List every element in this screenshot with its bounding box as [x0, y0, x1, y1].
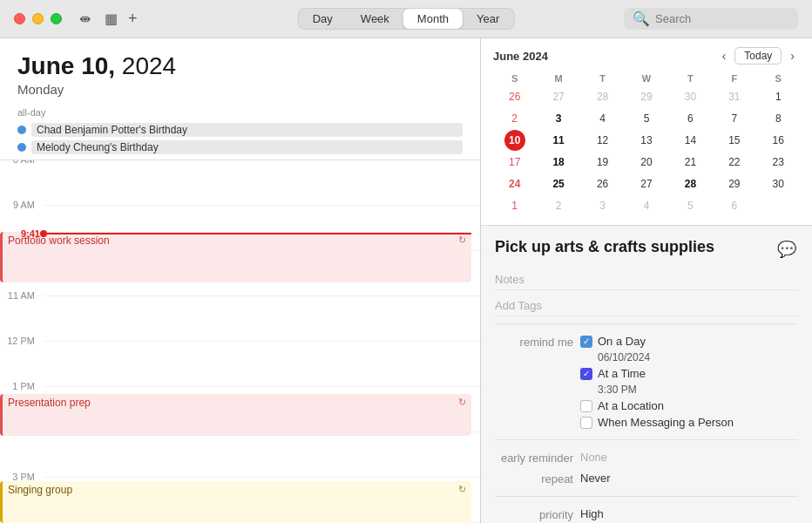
next-month-button[interactable]: ›	[785, 47, 800, 65]
at-a-time-checkbox[interactable]: ✓	[580, 368, 592, 380]
when-messaging-option[interactable]: When Messaging a Person	[580, 416, 798, 429]
search-bar[interactable]: 🔍	[624, 8, 798, 30]
cal-day[interactable]: 18	[548, 152, 569, 173]
view-day-button[interactable]: Day	[299, 9, 347, 29]
mini-calendar: June 2024 ‹ Today › S M T W T F S 26 27	[481, 38, 812, 226]
cal-day[interactable]: 6	[724, 195, 745, 216]
notes-field[interactable]: Notes	[495, 269, 798, 290]
cal-day[interactable]: 16	[768, 130, 788, 151]
main-content: June 10, 2024 Monday all-day Chad Benjam…	[0, 38, 812, 523]
cal-day[interactable]	[768, 195, 788, 216]
cal-day[interactable]: 25	[548, 173, 569, 194]
priority-value[interactable]: High	[580, 507, 798, 520]
on-a-day-option[interactable]: ✓ On a Day	[580, 335, 798, 348]
minimize-button[interactable]	[32, 13, 44, 24]
cal-day[interactable]: 29	[724, 173, 745, 194]
cal-day[interactable]: 11	[548, 130, 569, 151]
at-a-time-label: At a Time	[598, 367, 646, 380]
cal-day[interactable]: 28	[592, 86, 613, 107]
event-presentation[interactable]: ↻ Presentation prep	[0, 394, 471, 436]
on-a-day-label: On a Day	[598, 335, 646, 348]
dow-sunday: S	[493, 71, 536, 85]
prev-month-button[interactable]: ‹	[717, 47, 732, 65]
mini-cal-header: June 2024 ‹ Today ›	[493, 47, 800, 65]
time-label: 11 AM	[0, 290, 40, 301]
view-week-button[interactable]: Week	[347, 9, 403, 29]
close-button[interactable]	[14, 13, 25, 24]
cal-day[interactable]: 5	[636, 108, 657, 129]
note-icon[interactable]: 💬	[775, 238, 798, 261]
titlebar-icons: ⇼ ▦	[79, 10, 118, 27]
date-title: June 10, 2024	[17, 52, 463, 80]
cal-day[interactable]: 31	[724, 86, 745, 107]
cal-day[interactable]: 7	[724, 108, 745, 129]
cal-day[interactable]: 8	[768, 108, 788, 129]
search-icon: 🔍	[633, 10, 650, 27]
cal-day[interactable]: 4	[636, 195, 657, 216]
cal-day[interactable]: 3	[592, 195, 613, 216]
cal-day[interactable]: 29	[636, 86, 657, 107]
cal-day[interactable]: 12	[592, 130, 613, 151]
priority-label: priority	[495, 507, 573, 521]
repeat-value[interactable]: Never	[580, 472, 798, 485]
time-row-2pm: 2 PM	[44, 432, 480, 478]
cal-day[interactable]: 4	[592, 108, 613, 129]
tags-field[interactable]: Add Tags	[495, 295, 798, 316]
at-location-option[interactable]: At a Location	[580, 399, 798, 412]
view-month-button[interactable]: Month	[403, 9, 463, 29]
dow-monday: M	[537, 71, 579, 85]
on-a-day-checkbox[interactable]: ✓	[580, 336, 592, 348]
event-singing[interactable]: ↻ Singing group	[0, 481, 471, 523]
cal-day[interactable]: 30	[680, 86, 700, 107]
cal-day[interactable]: 2	[504, 108, 525, 129]
early-reminder-value[interactable]: None	[580, 451, 798, 464]
cal-day[interactable]: 15	[724, 130, 745, 151]
cal-day[interactable]: 3	[548, 108, 569, 129]
cal-day[interactable]: 1	[504, 195, 525, 216]
date-header: June 10, 2024 Monday	[0, 38, 480, 104]
cal-day[interactable]: 27	[636, 173, 657, 194]
cal-day[interactable]: 30	[768, 173, 788, 194]
cal-day[interactable]: 20	[636, 152, 657, 173]
at-a-time-option[interactable]: ✓ At a Time	[580, 367, 798, 380]
cal-day[interactable]: 23	[768, 152, 788, 173]
cal-day[interactable]: 2	[548, 195, 569, 216]
cal-day[interactable]: 6	[680, 108, 700, 129]
cal-day[interactable]: 14	[680, 130, 700, 151]
time-label: 8 AM	[0, 160, 40, 165]
today-button[interactable]: Today	[734, 47, 782, 65]
time-grid: 8 AM 9 AM 10 AM 11 AM 12 PM 1 PM 2 PM 3 …	[0, 160, 480, 523]
search-input[interactable]	[655, 12, 789, 25]
when-messaging-label: When Messaging a Person	[598, 416, 734, 429]
time-row-12pm: 12 PM	[44, 342, 480, 387]
fullscreen-button[interactable]	[51, 13, 62, 24]
cal-day[interactable]: 28	[680, 173, 700, 194]
time-label: 1 PM	[0, 381, 40, 391]
all-day-event[interactable]: Melody Cheung's Birthday	[17, 139, 463, 156]
cal-day[interactable]: 13	[636, 130, 657, 151]
at-location-checkbox[interactable]	[580, 400, 592, 412]
add-button[interactable]: +	[128, 10, 138, 28]
cal-day[interactable]: 27	[548, 86, 569, 107]
cal-day[interactable]: 1	[768, 86, 788, 107]
cal-day[interactable]: 17	[504, 152, 525, 173]
cal-day[interactable]: 22	[724, 152, 745, 173]
cal-day[interactable]: 21	[680, 152, 700, 173]
cal-day[interactable]: 19	[592, 152, 613, 173]
date-year: 2024	[115, 52, 176, 79]
date-bold: June 10,	[17, 52, 115, 79]
all-day-event[interactable]: Chad Benjamin Potter's Birthday	[17, 121, 463, 139]
priority-row: priority High	[495, 504, 798, 523]
view-year-button[interactable]: Year	[463, 9, 513, 29]
separator	[495, 496, 798, 497]
sidebar-icon[interactable]: ⇼	[79, 10, 91, 27]
inbox-icon[interactable]: ▦	[105, 10, 118, 27]
mini-cal-nav: ‹ Today ›	[717, 47, 800, 65]
cal-day[interactable]: 26	[592, 173, 613, 194]
event-portfolio[interactable]: ↻ Portfolio work session	[0, 232, 471, 282]
cal-day[interactable]: 26	[504, 86, 525, 107]
cal-day[interactable]: 24	[504, 173, 525, 194]
cal-day[interactable]: 5	[680, 195, 700, 216]
cal-day-today[interactable]: 10	[504, 130, 525, 151]
when-messaging-checkbox[interactable]	[580, 417, 592, 429]
